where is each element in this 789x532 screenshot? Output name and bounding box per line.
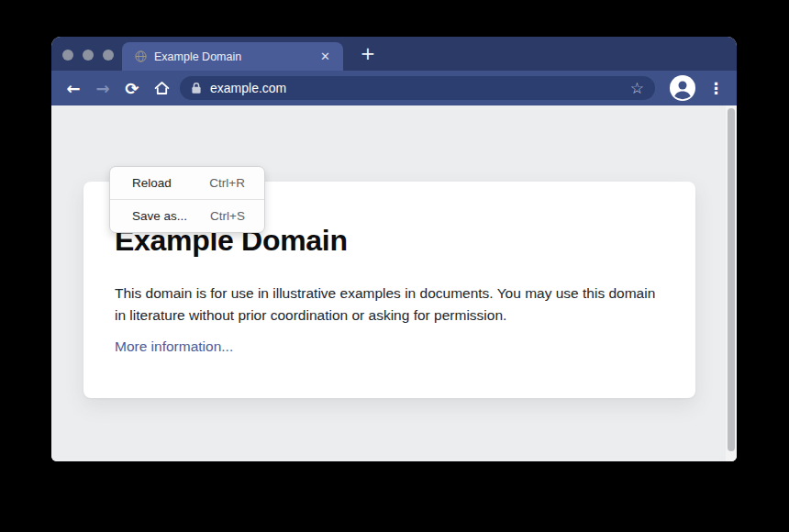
window-close-button[interactable] (62, 50, 73, 61)
menu-item-label: Save as... (132, 209, 187, 223)
menu-item-label: Reload (132, 176, 172, 190)
browser-toolbar: ← → ⟳ example.com ☆ (51, 71, 737, 105)
tab-close-icon[interactable]: ✕ (320, 50, 330, 62)
scrollbar-thumb[interactable] (728, 108, 735, 451)
profile-avatar-icon[interactable] (670, 75, 695, 101)
kebab-menu-icon[interactable]: ⋮ (708, 79, 724, 97)
context-menu-item-reload[interactable]: Reload Ctrl+R (110, 167, 264, 199)
lock-icon[interactable] (191, 82, 202, 94)
menu-item-shortcut: Ctrl+S (210, 209, 245, 223)
window-minimize-button[interactable] (83, 50, 94, 61)
bookmark-star-icon[interactable]: ☆ (630, 81, 644, 96)
forward-icon[interactable]: → (88, 73, 117, 103)
window-zoom-button[interactable] (103, 50, 114, 61)
context-menu: Reload Ctrl+R Save as... Ctrl+S (109, 166, 265, 233)
browser-window: Example Domain ✕ + ← → ⟳ example.c (51, 37, 737, 461)
page-viewport: Example Domain This domain is for use in… (51, 105, 737, 461)
back-icon[interactable]: ← (59, 73, 88, 103)
tab-strip: Example Domain ✕ + (51, 37, 737, 71)
tab-example-domain[interactable]: Example Domain ✕ (122, 42, 343, 71)
more-information-link[interactable]: More information... (115, 338, 233, 355)
address-bar[interactable]: example.com ☆ (180, 76, 655, 100)
reload-icon[interactable]: ⟳ (117, 73, 147, 103)
page-paragraph: This domain is for use in illustrative e… (115, 283, 656, 326)
home-icon[interactable] (147, 73, 176, 103)
context-menu-item-save-as[interactable]: Save as... Ctrl+S (110, 200, 264, 232)
tab-title: Example Domain (154, 50, 320, 63)
globe-favicon-icon (135, 50, 147, 62)
scrollbar-track[interactable] (726, 105, 737, 461)
new-tab-button[interactable]: + (354, 40, 382, 68)
menu-item-shortcut: Ctrl+R (209, 176, 245, 190)
desktop-background: Example Domain ✕ + ← → ⟳ example.c (0, 0, 789, 532)
url-text[interactable]: example.com (210, 81, 286, 95)
